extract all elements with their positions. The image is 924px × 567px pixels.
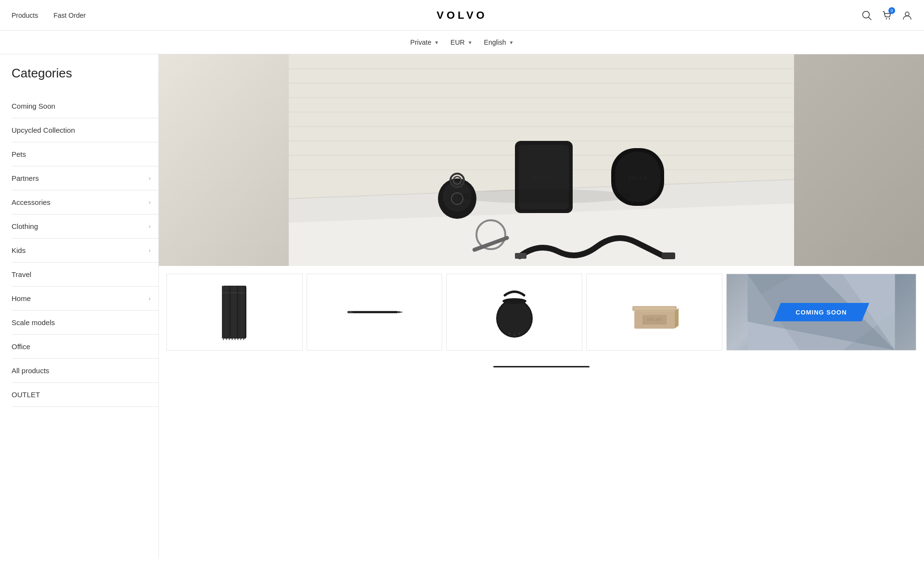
svg-line-1 xyxy=(869,17,872,20)
svg-point-57 xyxy=(513,334,515,336)
svg-rect-52 xyxy=(347,312,353,313)
chevron-right-icon: › xyxy=(149,223,151,230)
svg-text:VOLVO: VOLVO xyxy=(533,175,554,180)
language-selector[interactable]: English ▼ xyxy=(484,38,514,46)
sidebar-item-outlet[interactable]: OUTLET xyxy=(12,383,158,407)
language-chevron: ▼ xyxy=(509,40,513,45)
chevron-right-icon: › xyxy=(149,295,151,302)
chevron-right-icon: › xyxy=(149,175,151,182)
private-chevron: ▼ xyxy=(434,40,439,45)
box-image: VOLVO xyxy=(587,274,722,350)
sidebar: Categories Coming SoonUpcycled Collectio… xyxy=(0,54,159,559)
scroll-indicator xyxy=(159,358,924,371)
private-label: Private xyxy=(411,38,432,46)
sidebar-item-partners[interactable]: Partners› xyxy=(12,166,158,190)
pen-image xyxy=(307,274,442,350)
sidebar-title: Categories xyxy=(12,66,158,81)
sidebar-item-label: Partners xyxy=(12,174,39,182)
sidebar-item-label: Travel xyxy=(12,270,31,278)
svg-point-2 xyxy=(886,18,887,19)
account-icon[interactable] xyxy=(902,10,912,21)
sidebar-item-label: Kids xyxy=(12,246,26,254)
product-thumb-pen[interactable] xyxy=(307,274,443,351)
svg-marker-65 xyxy=(674,308,678,329)
sidebar-item-pets[interactable]: Pets xyxy=(12,142,158,166)
fast-order-link[interactable]: Fast Order xyxy=(53,12,86,19)
main-layout: Categories Coming SoonUpcycled Collectio… xyxy=(0,54,924,559)
sidebar-item-label: Clothing xyxy=(12,222,38,230)
svg-marker-51 xyxy=(398,311,403,314)
bag-image xyxy=(447,274,582,350)
svg-point-58 xyxy=(518,333,520,335)
search-icon[interactable] xyxy=(861,10,872,21)
sidebar-item-scale-models[interactable]: Scale models xyxy=(12,311,158,335)
coming-soon-banner: COMING SOON xyxy=(773,303,869,322)
sidebar-item-upcycled-collection[interactable]: Upcycled Collection xyxy=(12,118,158,142)
hero-background: VOLVO VOLVO xyxy=(159,54,924,266)
svg-rect-50 xyxy=(347,311,398,314)
sidebar-item-label: Coming Soon xyxy=(12,102,55,110)
svg-rect-60 xyxy=(633,307,675,310)
sidebar-item-clothing[interactable]: Clothing› xyxy=(12,214,158,239)
currency-selector[interactable]: EUR ▼ xyxy=(450,38,472,46)
sidebar-item-label: Scale models xyxy=(12,318,55,327)
svg-rect-30 xyxy=(662,252,675,259)
sidebar-items-container: Coming SoonUpcycled CollectionPetsPartne… xyxy=(12,94,158,407)
sidebar-item-label: Home xyxy=(12,294,31,302)
main-content: VOLVO VOLVO xyxy=(159,54,924,559)
svg-text:VOLVO: VOLVO xyxy=(628,176,647,180)
hero-illustration: VOLVO VOLVO xyxy=(159,54,924,266)
product-thumb-scarf[interactable] xyxy=(167,274,303,351)
product-grid: VOLVO COMING SOON xyxy=(159,266,924,358)
sub-header: Private ▼ EUR ▼ English ▼ xyxy=(0,31,924,54)
sidebar-item-coming-soon[interactable]: Coming Soon xyxy=(12,94,158,118)
svg-point-32 xyxy=(457,189,630,203)
private-selector[interactable]: Private ▼ xyxy=(411,38,439,46)
chevron-right-icon: › xyxy=(149,247,151,254)
svg-text:VOLVO: VOLVO xyxy=(647,318,662,321)
coming-soon-thumb[interactable]: COMING SOON xyxy=(726,274,916,351)
currency-label: EUR xyxy=(450,38,465,46)
chevron-right-icon: › xyxy=(149,199,151,206)
sidebar-item-kids[interactable]: Kids› xyxy=(12,239,158,263)
sidebar-item-label: Upcycled Collection xyxy=(12,126,75,134)
product-thumb-bag[interactable] xyxy=(446,274,582,351)
sidebar-item-home[interactable]: Home› xyxy=(12,287,158,311)
sidebar-item-label: Office xyxy=(12,342,30,351)
logo[interactable]: VOLVO xyxy=(436,9,487,22)
svg-point-56 xyxy=(509,333,511,335)
currency-chevron: ▼ xyxy=(468,40,473,45)
svg-point-54 xyxy=(498,301,531,336)
sidebar-item-label: Pets xyxy=(12,150,26,158)
sidebar-item-all-products[interactable]: All products xyxy=(12,359,158,383)
sidebar-item-travel[interactable]: Travel xyxy=(12,263,158,287)
product-thumb-box[interactable]: VOLVO xyxy=(586,274,722,351)
sidebar-item-label: All products xyxy=(12,366,49,375)
sidebar-item-office[interactable]: Office xyxy=(12,335,158,359)
header-left-nav: Products Fast Order xyxy=(12,12,86,19)
products-link[interactable]: Products xyxy=(12,12,38,19)
svg-point-3 xyxy=(889,18,890,19)
hero-banner: VOLVO VOLVO xyxy=(159,54,924,266)
svg-point-55 xyxy=(502,298,526,304)
sidebar-item-label: OUTLET xyxy=(12,391,40,399)
svg-point-4 xyxy=(905,12,909,16)
language-label: English xyxy=(484,38,506,46)
sidebar-item-label: Accessories xyxy=(12,198,51,206)
cart-icon[interactable]: 0 xyxy=(882,10,892,21)
header: Products Fast Order VOLVO 0 xyxy=(0,0,924,31)
scroll-line xyxy=(493,366,590,367)
scarf-image xyxy=(167,274,302,350)
header-right-icons: 0 xyxy=(861,10,912,21)
sidebar-item-accessories[interactable]: Accessories› xyxy=(12,190,158,214)
cart-badge: 0 xyxy=(888,7,895,14)
svg-rect-31 xyxy=(515,253,526,259)
